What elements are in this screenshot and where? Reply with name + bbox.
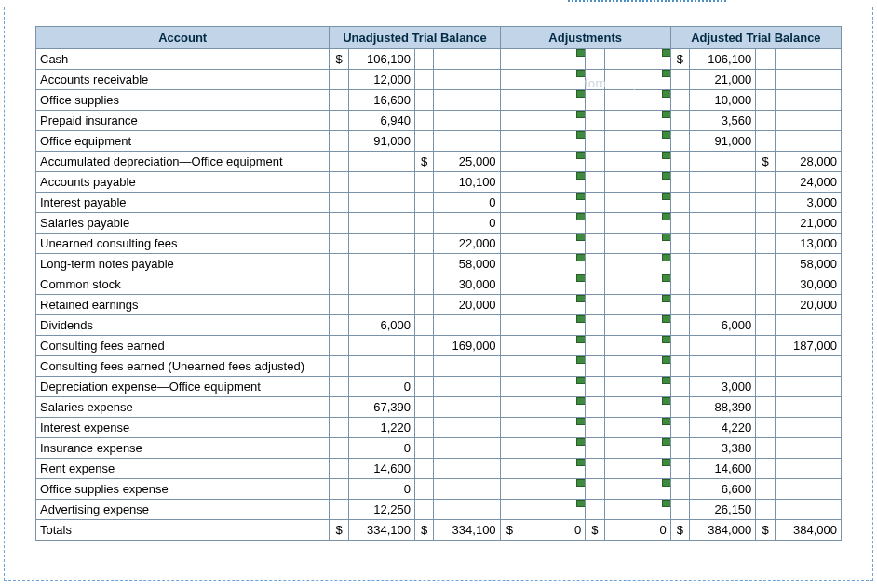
adj-dr-sym[interactable]: [500, 500, 519, 520]
adj-dr-sym[interactable]: [500, 274, 519, 295]
adj-dr-input[interactable]: [519, 90, 585, 111]
adj-dr-sym[interactable]: [500, 254, 519, 274]
adj-cr-input[interactable]: [604, 131, 670, 152]
adj-cr-input[interactable]: [604, 90, 670, 111]
adj-cr-input[interactable]: [604, 418, 670, 438]
adj-dr-sym[interactable]: [500, 377, 519, 397]
adj-dr-input[interactable]: [519, 213, 585, 234]
adj-dr-input[interactable]: [519, 152, 585, 172]
adj-cr-sym[interactable]: [586, 500, 604, 520]
adj-dr-input[interactable]: [519, 193, 585, 213]
adj-dr-sym[interactable]: [500, 111, 519, 131]
adj-dr-input[interactable]: [519, 254, 585, 274]
adj-dr-sym[interactable]: [500, 418, 519, 438]
adj-cr-input[interactable]: [604, 356, 670, 377]
adj-dr-sym[interactable]: [500, 315, 519, 336]
adj-cr-sym[interactable]: [586, 90, 604, 111]
adj-dr-input[interactable]: [519, 315, 585, 336]
adj-dr-input[interactable]: [519, 274, 585, 295]
adj-cr-sym[interactable]: [586, 315, 604, 336]
adj-dr-sym[interactable]: [500, 193, 519, 213]
adj-dr-input[interactable]: [519, 49, 585, 70]
adj-cr-sym[interactable]: [586, 152, 604, 172]
adj-cr-sym[interactable]: [586, 295, 604, 315]
adj-dr-sym[interactable]: [500, 234, 519, 254]
adj-cr-sym[interactable]: [586, 418, 604, 438]
adj-dr-sym[interactable]: [500, 356, 519, 377]
unadj-cr-sym: [414, 90, 433, 111]
adj-dr-input[interactable]: [519, 131, 585, 152]
adj-cr-sym[interactable]: [586, 254, 604, 274]
adj-dr-sym[interactable]: [500, 479, 519, 500]
cell-handle-icon: [662, 356, 671, 364]
adj-cr-sym[interactable]: [586, 193, 604, 213]
adj-dr-input[interactable]: [519, 295, 585, 315]
adj-dr-input[interactable]: [519, 377, 585, 397]
adj-cr-sym[interactable]: [586, 111, 604, 131]
adj-dr-input[interactable]: [519, 172, 585, 193]
unadj-cr-sym: [414, 254, 433, 274]
adj-dr-sym[interactable]: [500, 438, 519, 459]
adj-dr-input[interactable]: [519, 418, 585, 438]
adj-dr-input[interactable]: [519, 500, 585, 520]
adj-dr-sym[interactable]: [500, 131, 519, 152]
adj-cr-sym[interactable]: [586, 438, 604, 459]
adj-cr-input[interactable]: [604, 213, 670, 234]
adj-cr-input[interactable]: [604, 274, 670, 295]
adj-cr-sym[interactable]: [586, 70, 604, 90]
adj-cr-input[interactable]: [604, 315, 670, 336]
adj-dr-input[interactable]: [519, 397, 585, 418]
adj-dr-sym[interactable]: [500, 70, 519, 90]
adj-cr-input[interactable]: [604, 193, 670, 213]
adj-cr-sym[interactable]: [586, 131, 604, 152]
adj-cr-input[interactable]: [604, 377, 670, 397]
adj-cr-input[interactable]: [604, 152, 670, 172]
adj-cr-input[interactable]: [604, 295, 670, 315]
adj-dr-sym[interactable]: [500, 172, 519, 193]
adj-dr-input[interactable]: [519, 336, 585, 356]
adj-cr-input[interactable]: [604, 70, 670, 90]
adj-dr-input[interactable]: [519, 479, 585, 500]
adj-cr-sym[interactable]: [586, 479, 604, 500]
adj-cr-sym[interactable]: [586, 377, 604, 397]
adj-cr-sym[interactable]: [586, 49, 604, 70]
adj-cr-sym[interactable]: [586, 213, 604, 234]
adj-cr-input[interactable]: [604, 397, 670, 418]
adj-dr-sym[interactable]: [500, 459, 519, 479]
adj-cr-sym[interactable]: [586, 397, 604, 418]
adj-cr-input[interactable]: [604, 459, 670, 479]
adj-cr-input[interactable]: [604, 336, 670, 356]
adj-cr-sym[interactable]: [586, 234, 604, 254]
adj-cr-sym[interactable]: [586, 274, 604, 295]
adj-dr-input[interactable]: [519, 438, 585, 459]
adj-cr-sym[interactable]: [586, 459, 604, 479]
adj-cr-input[interactable]: [604, 111, 670, 131]
adj-cr-input[interactable]: [604, 172, 670, 193]
adj-cr-sym[interactable]: [586, 356, 604, 377]
adj-cr-sym[interactable]: [586, 336, 604, 356]
adj-dr-sym[interactable]: [500, 213, 519, 234]
adj-cr-input[interactable]: [604, 254, 670, 274]
adj-dr-sym[interactable]: [500, 90, 519, 111]
cell-handle-icon: [576, 438, 586, 446]
cell-handle-icon: [662, 274, 671, 282]
adj-dr-input[interactable]: [519, 111, 585, 131]
adj-dr-sym[interactable]: [500, 397, 519, 418]
adj-dr-input[interactable]: [519, 356, 585, 377]
unadj-cr: [434, 90, 500, 111]
adj-dr-sym[interactable]: [500, 336, 519, 356]
adj-dr-sym[interactable]: [500, 49, 519, 70]
adj-cr-input[interactable]: [604, 49, 670, 70]
unadj-dr: 67,390: [348, 397, 414, 418]
adj-dr-input[interactable]: [519, 459, 585, 479]
adj-cr-input[interactable]: [604, 438, 670, 459]
adj-dr-input[interactable]: [519, 234, 585, 254]
cell-handle-icon: [576, 336, 586, 343]
adj-dr-sym[interactable]: [500, 152, 519, 172]
adj-cr-sym[interactable]: [586, 172, 604, 193]
adj-dr-sym[interactable]: [500, 295, 519, 315]
adj-cr-input[interactable]: [604, 500, 670, 520]
adj-cr-input[interactable]: [604, 234, 670, 254]
adj-cr-input[interactable]: [604, 479, 670, 500]
adj-dr-input[interactable]: [519, 70, 585, 90]
